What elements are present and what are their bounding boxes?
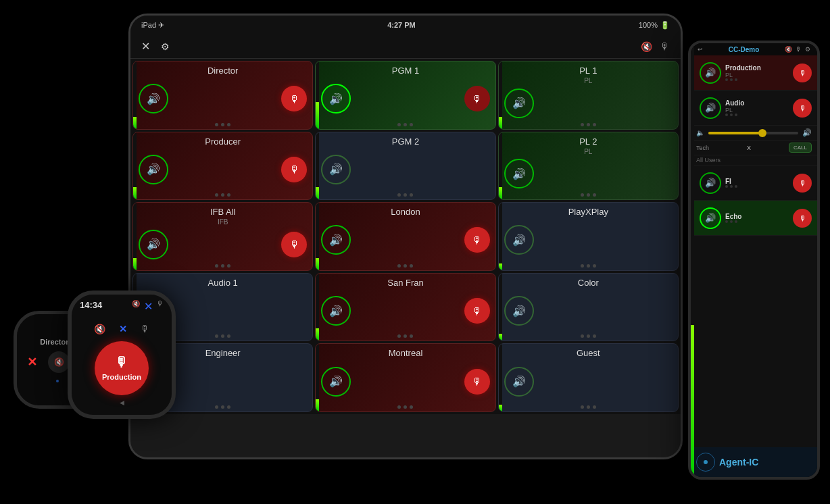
dot [410,334,413,338]
watch2-top-icons: 🔇 ✕ 🎙 [94,324,150,334]
channel-controls: 🔊 [504,86,673,121]
channel-dots [139,193,307,197]
phone-speaker-echo[interactable]: 🔊 [700,207,721,229]
channel-cell-san-fran[interactable]: San Fran 🔊 🎙 [315,273,495,342]
left-meter-fill [133,117,137,129]
channel-name: PL 2 [504,136,673,147]
tablet-status-left: iPad ✈ [141,21,164,30]
left-meter-fill [499,334,502,341]
phone-mute-icon: 🔇 [785,46,792,53]
close-button[interactable]: ✕ [141,40,150,53]
dot [404,193,407,197]
speaker-button[interactable]: 🔊 [139,230,168,259]
mic-button[interactable]: 🎙 [281,86,307,111]
dot [215,123,218,126]
channel-dots [321,405,489,409]
phone-dot [725,220,728,223]
channel-sub: PL [504,148,673,155]
watch2-time: 14:34 [80,300,102,313]
watch2-mic-icon: 🎙 [157,300,164,313]
watch2-production-button[interactable]: 🎙 Production [95,341,149,395]
dot [215,405,218,409]
channel-cell-pgm-1[interactable]: PGM 1 🔊 🎙 [315,61,495,130]
phone-mic-fi[interactable]: 🎙 [793,174,812,193]
speaker-button[interactable]: 🔊 [321,155,351,184]
speaker-button[interactable]: 🔊 [504,367,534,397]
channel-cell-pgm-2[interactable]: PGM 2 🔊 [315,132,495,201]
phone-slider-thumb[interactable] [758,129,766,137]
phone-back-icon: ↩ [698,46,703,53]
speaker-button[interactable]: 🔊 [504,89,534,118]
mic-button[interactable]: 🎙 [464,86,490,111]
phone-mic-audio[interactable]: 🎙 [793,99,812,118]
speaker-button[interactable]: 🔊 [504,296,534,326]
mic-button[interactable]: 🎙 [281,157,307,182]
dot [593,264,596,268]
phone-device: ↩ CC-Demo 🔇 🎙 ⚙ 🔊 Production PL [688,41,820,480]
speaker-mute-icon[interactable]: 🔇 [641,41,652,52]
dot [397,264,401,268]
dot [221,405,224,409]
speaker-button[interactable]: 🔊 [321,296,351,326]
channel-cell-director[interactable]: Director 🔊 🎙 [132,61,313,130]
phone-toolbar-icons: 🔇 🎙 ⚙ [785,46,810,53]
left-meter-container [499,61,502,129]
phone-channel-info-audio: Audio PL [725,99,793,116]
tablet-device-label: iPad ✈ [141,21,164,30]
phone-call-button[interactable]: CALL [789,143,812,153]
phone-speaker-audio[interactable]: 🔊 [700,97,721,119]
watch1-dot [56,380,59,382]
channel-dots [139,264,307,268]
channel-cell-color[interactable]: Color 🔊 [498,273,679,342]
channel-cell-montreal[interactable]: Montreal 🔊 🎙 [315,343,495,412]
gear-icon[interactable]: ⚙ [161,41,170,52]
speaker-button[interactable]: 🔊 [504,225,534,255]
speaker-button[interactable]: 🔊 [139,84,168,114]
watch2-screen: 14:34 🔇 ✕ 🎙 🔇 ✕ 🎙 🎙 Production ◀ [72,295,172,415]
channel-cell-london[interactable]: London 🔊 🎙 [315,202,495,271]
channel-cell-ifb-all[interactable]: IFB All IFB 🔊 🎙 [132,202,313,271]
dot [215,193,218,197]
left-meter-container [316,274,319,341]
channel-cell-playxplay[interactable]: PlayXPlay 🔊 [498,202,679,271]
dot [397,405,401,409]
speaker-button[interactable]: 🔊 [321,84,351,114]
channel-cell-pl-1[interactable]: PL 1 PL 🔊 [498,61,679,130]
phone-dot [735,114,737,116]
phone-volume-slider[interactable] [708,132,798,134]
phone-speaker-production[interactable]: 🔊 [700,62,721,84]
left-meter-fill [316,328,319,341]
left-meter-fill [316,187,319,199]
watch1-close-icon[interactable]: ✕ [27,355,37,370]
phone-mic-production[interactable]: 🎙 [793,64,812,82]
phone-dot [725,185,728,188]
left-meter-container [316,61,319,129]
mic-button[interactable]: 🎙 [464,227,490,253]
mic-mute-icon[interactable]: 🎙 [660,41,670,52]
speaker-button[interactable]: 🔊 [321,225,351,255]
channel-sub: IFB [139,218,307,226]
dot [227,123,230,126]
dot [587,405,590,409]
speaker-button[interactable]: 🔊 [139,155,168,184]
mic-button[interactable]: 🎙 [281,232,307,257]
dot [404,264,407,268]
dot [581,334,584,338]
phone-call-x[interactable]: X [747,145,751,151]
left-meter-container [316,344,319,411]
watch2-mute-icon: 🔇 [132,300,140,313]
channel-dots [321,264,489,268]
phone-dot [735,185,737,188]
dot [404,405,407,409]
dot [221,334,224,338]
mic-button[interactable]: 🎙 [464,298,490,324]
dot [227,264,230,268]
phone-speaker-fi[interactable]: 🔊 [700,172,721,194]
mic-button[interactable]: 🎙 [464,369,490,395]
speaker-button[interactable]: 🔊 [504,159,534,188]
phone-mic-echo[interactable]: 🎙 [793,209,812,228]
channel-cell-guest[interactable]: Guest 🔊 [498,343,679,412]
channel-cell-producer[interactable]: Producer 🔊 🎙 [132,132,313,201]
speaker-button[interactable]: 🔊 [321,367,351,397]
channel-cell-pl-2[interactable]: PL 2 PL 🔊 [498,132,679,201]
